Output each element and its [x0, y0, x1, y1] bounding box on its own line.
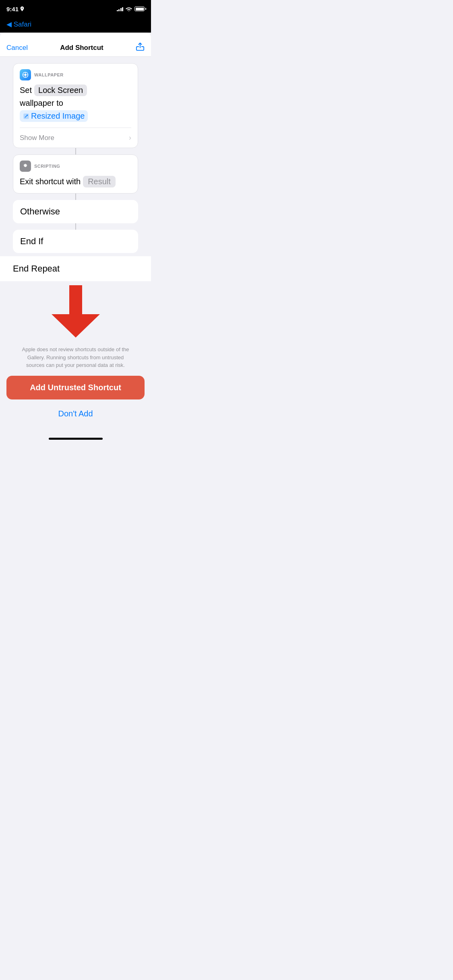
wallpaper-category-label: WALLPAPER [34, 72, 64, 77]
resized-image-pill[interactable]: Resized Image [20, 110, 88, 122]
show-more-row[interactable]: Show More › [13, 128, 138, 148]
signal-bar-1 [117, 10, 118, 11]
time-text: 9:41 [6, 6, 19, 12]
home-indicator [0, 434, 151, 443]
dont-add-button[interactable]: Don't Add [6, 406, 145, 426]
exit-shortcut-text: Exit shortcut with [20, 177, 81, 186]
connector-line-2 [75, 194, 76, 200]
red-arrow-icon [52, 285, 100, 338]
wallpaper-card: WALLPAPER Set Lock Screen wallpaper to R… [13, 63, 138, 148]
end-repeat-label: End Repeat [13, 264, 60, 274]
end-repeat-card: End Repeat [0, 256, 151, 281]
disclaimer-text: Apple does not review shortcuts outside … [6, 338, 145, 376]
battery-fill [136, 8, 144, 10]
cancel-button[interactable]: Cancel [6, 44, 28, 52]
end-if-label: End If [20, 236, 43, 246]
status-time: 9:41 [6, 6, 24, 12]
resized-image-label: Resized Image [31, 111, 85, 121]
signal-bar-4 [122, 7, 123, 11]
lock-screen-pill[interactable]: Lock Screen [34, 84, 87, 96]
svg-marker-9 [52, 314, 100, 338]
signal-bar-3 [120, 8, 122, 11]
connector-1 [6, 148, 145, 154]
wallpaper-card-header: WALLPAPER Set Lock Screen wallpaper to R… [13, 64, 138, 128]
status-bar: 9:41 [0, 0, 151, 18]
scroll-container: WALLPAPER Set Lock Screen wallpaper to R… [0, 57, 151, 443]
nav-bar: Cancel Add Shortcut [0, 33, 151, 57]
scripting-action-body: Exit shortcut with Result [20, 176, 131, 187]
show-more-label: Show More [20, 134, 54, 142]
scripting-category-label: SCRIPTING [34, 164, 60, 169]
connector-line-1 [75, 148, 76, 154]
end-if-card: End If [13, 230, 138, 253]
card-label-scripting: SCRIPTING [20, 161, 131, 172]
svg-point-1 [24, 74, 26, 76]
resize-icon [23, 113, 29, 119]
wallpaper-icon [20, 69, 31, 80]
otherwise-card: Otherwise [13, 200, 138, 223]
scripting-card-body: SCRIPTING Exit shortcut with Result [13, 155, 138, 193]
card-label-wallpaper: WALLPAPER [20, 69, 131, 80]
add-untrusted-button[interactable]: Add Untrusted Shortcut [6, 376, 145, 399]
connector-line-3 [75, 223, 76, 230]
battery-icon [134, 6, 145, 11]
result-pill[interactable]: Result [83, 176, 116, 187]
wallpaper-to-text: wallpaper to [20, 99, 63, 108]
signal-bars [117, 6, 124, 11]
end-repeat-section: End Repeat [0, 253, 151, 281]
gear-icon [22, 163, 29, 169]
connector-3 [6, 223, 145, 230]
scripting-icon [20, 161, 31, 172]
arrow-section [0, 281, 151, 338]
signal-bar-2 [118, 9, 120, 11]
wallpaper-symbol [22, 72, 29, 78]
chevron-right-icon: › [129, 134, 131, 142]
scripting-card: SCRIPTING Exit shortcut with Result [13, 154, 138, 194]
safari-back-bar: ◀ Safari [0, 18, 151, 33]
wallpaper-set-text: Set [20, 86, 32, 95]
location-icon [20, 6, 24, 11]
connector-2 [6, 194, 145, 200]
page-title: Add Shortcut [60, 44, 103, 52]
status-icons [117, 6, 145, 11]
otherwise-label: Otherwise [20, 206, 60, 216]
share-button[interactable] [136, 42, 145, 53]
wallpaper-action-body: Set Lock Screen wallpaper to Resized Ima… [20, 84, 131, 122]
share-icon [136, 42, 145, 51]
home-bar [49, 438, 103, 440]
safari-back-label[interactable]: ◀ Safari [6, 21, 31, 28]
wifi-icon [126, 6, 132, 11]
